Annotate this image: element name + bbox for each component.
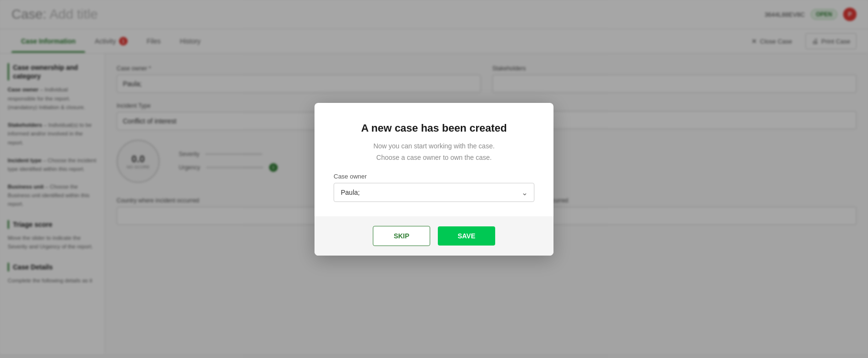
modal-footer: SKIP SAVE [315,216,553,256]
modal-subtitle-2: Choose a case owner to own the case. [334,154,534,161]
modal-case-owner-select[interactable]: Paula; [334,183,534,202]
new-case-modal: A new case has been created Now you can … [315,103,553,256]
modal-subtitle-1: Now you can start working with the case. [334,142,534,150]
skip-button[interactable]: SKIP [373,226,430,246]
modal-title: A new case has been created [334,122,534,134]
modal-overlay: A new case has been created Now you can … [0,0,868,354]
modal-case-owner-label: Case owner [334,173,534,180]
modal-body: A new case has been created Now you can … [315,103,553,216]
save-button[interactable]: SAVE [438,226,495,246]
modal-form: Case owner Paula; ⌄ [334,173,534,202]
modal-select-wrapper: Paula; ⌄ [334,183,534,202]
